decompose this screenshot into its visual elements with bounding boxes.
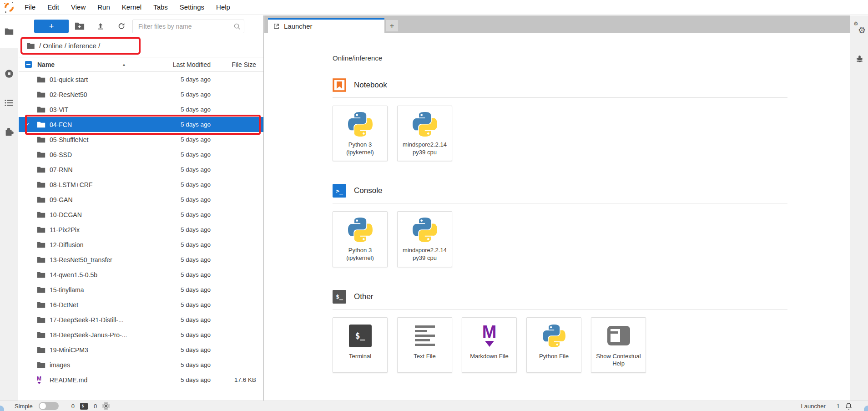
new-launcher-button[interactable]: + (34, 20, 69, 33)
section-other: $_ Other $_ Terminal Text File M (333, 290, 787, 373)
file-browser-tab-icon[interactable] (0, 15, 18, 48)
extensions-icon[interactable] (0, 122, 18, 142)
menu-edit[interactable]: Edit (41, 0, 65, 15)
card-label: Python 3 (ipykernel) (336, 141, 384, 156)
tab-launcher[interactable]: Launcher (268, 18, 384, 33)
launcher-tab-icon (273, 23, 280, 30)
terminal-status-icon[interactable]: $_ (80, 403, 88, 410)
new-folder-button[interactable] (74, 21, 85, 32)
refresh-button[interactable] (116, 21, 127, 32)
launcher-card-contextual-help[interactable]: Show Contextual Help (591, 317, 646, 373)
contextual-help-icon (607, 323, 631, 349)
file-row[interactable]: 09-GAN5 days ago (19, 192, 263, 207)
file-row[interactable]: 02-ResNet505 days ago (19, 87, 263, 102)
file-browser-toolbar: + (19, 15, 263, 37)
launcher-card-notebook-python3[interactable]: Python 3 (ipykernel) (333, 106, 388, 161)
file-row[interactable]: images5 days ago (19, 357, 263, 372)
folder-icon (37, 196, 45, 203)
file-list-header: Name ▲ Last Modified File Size (19, 57, 263, 72)
folder-icon (37, 226, 45, 233)
menu-view[interactable]: View (65, 0, 91, 15)
breadcrumb[interactable]: / Online / inference / (39, 42, 100, 50)
toggle-knob (40, 403, 46, 409)
new-tab-button[interactable]: + (386, 20, 398, 31)
file-row[interactable]: MREADME.md5 days ago17.6 KB (19, 372, 263, 387)
python-logo-icon (413, 217, 437, 243)
simple-mode-toggle[interactable] (39, 402, 59, 410)
file-row[interactable]: 15-tinyllama5 days ago (19, 282, 263, 297)
launcher-card-python-file[interactable]: Python File (526, 317, 581, 373)
select-all-checkbox[interactable] (25, 61, 32, 68)
menu-help[interactable]: Help (210, 0, 236, 15)
file-row[interactable]: 05-ShuffleNet5 days ago (19, 132, 263, 147)
column-file-size[interactable]: File Size (211, 61, 256, 68)
column-last-modified[interactable]: Last Modified (161, 61, 211, 68)
search-icon (233, 22, 241, 30)
file-row[interactable]: 17-DeepSeek-R1-Distill-...5 days ago (19, 312, 263, 327)
left-sidebar (0, 15, 18, 401)
launcher-card-console-python3[interactable]: Python 3 (ipykernel) (333, 211, 388, 267)
file-row[interactable]: 12-Diffusion5 days ago (19, 237, 263, 252)
property-inspector-icon[interactable]: ⚙⚙ (853, 22, 865, 35)
file-row[interactable]: 03-ViT5 days ago (19, 102, 263, 117)
menu-kernel[interactable]: Kernel (116, 0, 147, 15)
folder-icon (37, 346, 45, 354)
launcher-card-terminal[interactable]: $_ Terminal (333, 317, 388, 373)
breadcrumb-zone: / Online / inference / (19, 37, 263, 57)
launcher-card-notebook-mindspore[interactable]: mindspore2.2.14 py39 cpu (397, 106, 452, 161)
file-row[interactable]: 07-RNN5 days ago (19, 162, 263, 177)
folder-icon (37, 151, 45, 158)
kernel-chip-icon[interactable] (102, 402, 110, 410)
file-row[interactable]: 19-MiniCPM35 days ago (19, 342, 263, 357)
file-row[interactable]: 11-Pix2Pix5 days ago (19, 222, 263, 237)
launcher-card-text-file[interactable]: Text File (397, 317, 452, 373)
file-row[interactable]: 16-DctNet5 days ago (19, 297, 263, 312)
python-logo-icon (543, 323, 565, 349)
folder-icon (37, 181, 45, 188)
notifications-count: 1 (837, 403, 840, 410)
menu-run[interactable]: Run (91, 0, 116, 15)
filter-files-box (132, 20, 244, 33)
launcher-card-markdown-file[interactable]: M Markdown File (462, 317, 517, 373)
folder-icon (37, 106, 45, 113)
file-row[interactable]: 08-LSTM+CRF5 days ago (19, 177, 263, 192)
terminal-icon: $_ (349, 325, 372, 347)
file-row[interactable]: 18-DeepSeek-Janus-Pro-...5 days ago (19, 327, 263, 342)
kernels-count: 0 (94, 403, 97, 410)
file-row[interactable]: 10-DCGAN5 days ago (19, 207, 263, 222)
card-label: mindspore2.2.14 py39 cpu (400, 141, 449, 156)
home-folder-icon[interactable] (26, 42, 35, 49)
menu-tabs[interactable]: Tabs (147, 0, 174, 15)
file-row[interactable]: 14-qwen1.5-0.5b5 days ago (19, 267, 263, 282)
folder-icon (37, 301, 45, 309)
debugger-icon[interactable] (855, 55, 864, 63)
section-notebook: Notebook Python 3 (ipykernel) mindspore2… (333, 78, 787, 161)
sort-ascending-icon[interactable]: ▲ (122, 62, 126, 67)
folder-icon (37, 271, 45, 279)
column-name[interactable]: Name (37, 61, 161, 68)
check-icon: ✓ (25, 121, 37, 128)
section-divider (333, 97, 787, 98)
bell-icon[interactable] (845, 402, 853, 410)
python-logo-icon (348, 217, 373, 243)
python-logo-icon (348, 112, 373, 137)
running-kernels-icon[interactable] (0, 65, 18, 83)
card-label: Show Contextual Help (594, 353, 643, 368)
file-row[interactable]: 13-ResNet50_transfer5 days ago (19, 252, 263, 267)
folder-icon (37, 331, 45, 339)
card-label: Text File (414, 353, 435, 360)
table-of-contents-icon[interactable] (0, 94, 18, 112)
menu-file[interactable]: File (19, 0, 41, 15)
file-browser-panel: + / Online / inference / Name ▲ Last Mo (19, 15, 264, 401)
file-row[interactable]: 01-quick start5 days ago (19, 72, 263, 87)
text-file-icon (415, 323, 435, 349)
folder-icon (37, 121, 45, 128)
menu-settings[interactable]: Settings (174, 0, 210, 15)
folder-icon (37, 76, 45, 83)
filter-files-input[interactable] (137, 22, 233, 30)
launcher-card-console-mindspore[interactable]: mindspore2.2.14 py39 cpu (397, 211, 452, 267)
file-row-selected[interactable]: ✓04-FCN5 days ago (19, 117, 263, 132)
folder-icon (37, 91, 45, 98)
file-row[interactable]: 06-SSD5 days ago (19, 147, 263, 162)
upload-button[interactable] (95, 21, 106, 32)
